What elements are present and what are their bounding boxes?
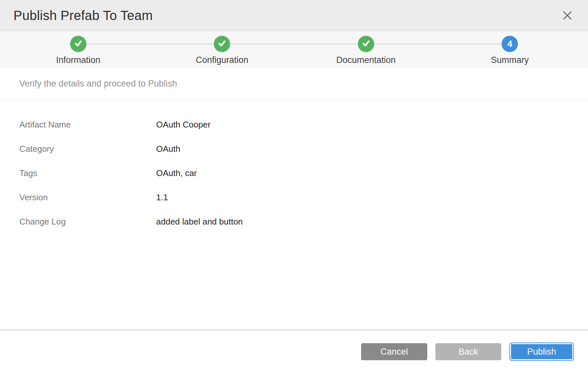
step-number: 4 <box>507 39 512 49</box>
close-button[interactable] <box>560 8 575 23</box>
step-documentation: Documentation <box>294 31 438 67</box>
wizard-stepper: Information Configuration Docume <box>0 31 588 67</box>
subtitle-text: Verify the details and proceed to Publis… <box>19 79 177 89</box>
field-label: Artifact Name <box>19 120 156 130</box>
subtitle-row: Verify the details and proceed to Publis… <box>0 67 588 101</box>
field-row-change-log: Change Log added label and button <box>19 217 569 228</box>
step-summary-label: Summary <box>491 55 529 65</box>
check-icon <box>74 39 83 49</box>
publish-button[interactable]: Publish <box>509 343 574 361</box>
dialog-title: Publish Prefab To Team <box>13 8 153 23</box>
step-documentation-label: Documentation <box>336 55 396 65</box>
dialog-header: Publish Prefab To Team <box>0 0 588 31</box>
check-icon <box>217 39 227 49</box>
step-information-circle[interactable] <box>70 36 86 52</box>
field-row-version: Version 1.1 <box>19 192 569 204</box>
step-summary: 4 Summary <box>438 31 582 67</box>
publish-prefab-dialog: Publish Prefab To Team Information <box>0 0 588 373</box>
field-value: added label and button <box>156 217 243 227</box>
dialog-footer: Cancel Back Publish <box>0 330 588 373</box>
step-information: Information <box>6 31 150 67</box>
step-configuration-circle[interactable] <box>214 36 230 52</box>
check-icon <box>361 39 371 49</box>
field-value: OAuth Cooper <box>156 120 211 130</box>
field-row-tags: Tags OAuth, car <box>19 168 569 179</box>
field-row-category: Category OAuth <box>19 144 569 155</box>
close-icon <box>562 10 572 20</box>
field-value: OAuth, car <box>156 168 197 178</box>
field-label: Tags <box>19 168 156 178</box>
field-row-artifact-name: Artifact Name OAuth Cooper <box>19 120 569 131</box>
field-value: 1.1 <box>156 192 168 203</box>
field-label: Version <box>19 192 156 203</box>
step-configuration: Configuration <box>150 31 294 67</box>
back-button[interactable]: Back <box>435 343 501 360</box>
field-value: OAuth <box>156 144 180 154</box>
field-label: Change Log <box>19 217 156 227</box>
step-documentation-circle[interactable] <box>358 36 374 52</box>
step-summary-circle[interactable]: 4 <box>502 36 518 52</box>
step-configuration-label: Configuration <box>196 55 248 65</box>
cancel-button[interactable]: Cancel <box>361 343 427 360</box>
field-label: Category <box>19 144 156 154</box>
step-information-label: Information <box>56 55 100 65</box>
